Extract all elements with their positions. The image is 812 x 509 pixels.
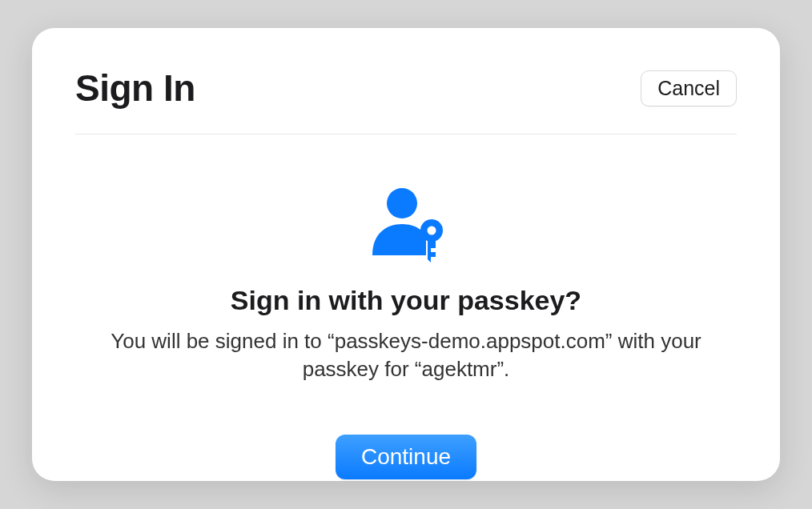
svg-point-2: [428, 226, 436, 235]
continue-button[interactable]: Continue: [336, 435, 476, 479]
dialog-content: Sign in with your passkey? You will be s…: [75, 134, 737, 479]
user-passkey-icon: [362, 179, 450, 271]
sign-in-dialog: Sign In Cancel Sign in with your passkey…: [32, 28, 780, 481]
dialog-title: Sign In: [75, 66, 195, 110]
svg-point-0: [387, 188, 417, 218]
cancel-button[interactable]: Cancel: [641, 70, 737, 106]
dialog-header: Sign In Cancel: [75, 66, 737, 134]
prompt-heading: Sign in with your passkey?: [231, 285, 581, 316]
prompt-description: You will be signed in to “passkeys-demo.…: [110, 327, 702, 383]
